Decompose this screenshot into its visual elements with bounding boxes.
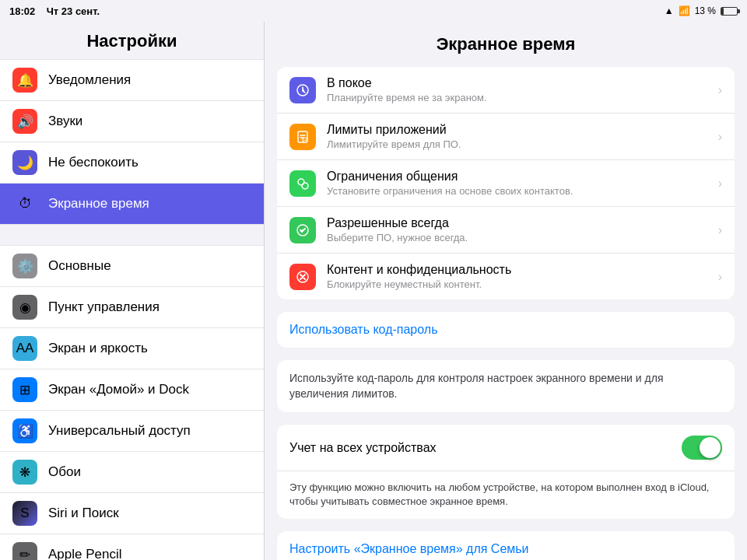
applimits-title: Лимиты приложений (327, 123, 718, 137)
sidebar-item-label: Не беспокоить (48, 155, 139, 170)
sidebar-item-general[interactable]: ⚙️ Основные (0, 245, 264, 287)
battery-icon: 📶 (679, 5, 690, 16)
sidebar-item-screentime[interactable]: ⏱ Экранное время (0, 184, 264, 225)
wallpaper-icon: ❋ (12, 460, 37, 485)
applimits-subtitle: Лимитируйте время для ПО. (327, 138, 718, 150)
sidebar-title: Настройки (0, 22, 264, 59)
all-devices-label: Учет на всех устройствах (289, 441, 437, 455)
sidebar-section-1: 🔔 Уведомления 🔊 Звуки 🌙 Не беспокоить ⏱ … (0, 59, 264, 225)
screentime-icon: ⏱ (12, 191, 37, 216)
screentime-features-card: В покое Планируйте время не за экраном. … (277, 67, 735, 299)
alwaysallowed-subtitle: Выберите ПО, нужное всегда. (327, 232, 718, 243)
communicationlimits-icon (289, 170, 316, 197)
downtime-icon (289, 77, 316, 103)
siri-icon: S (12, 501, 37, 526)
sidebar-item-siri[interactable]: S Siri и Поиск (0, 493, 264, 534)
applimits-chevron: › (718, 130, 722, 144)
sidebar-item-wallpaper[interactable]: ❋ Обои (0, 452, 264, 493)
sidebar-item-applepencil[interactable]: ✏ Apple Pencil (0, 534, 264, 560)
sidebar-item-label: Звуки (48, 114, 82, 129)
family-link-row[interactable]: Настроить «Экранное время» для Семьи (277, 531, 735, 560)
passcode-desc: Используйте код-пароль для контроля наст… (289, 371, 722, 401)
communicationlimits-subtitle: Установите ограничения на основе своих к… (327, 185, 718, 197)
sidebar: Настройки 🔔 Уведомления 🔊 Звуки 🌙 Не бес… (0, 22, 265, 560)
sidebar-item-label: Экран и яркость (48, 341, 148, 356)
sidebar-item-label: Экран «Домой» и Dock (48, 382, 189, 397)
contentprivacy-subtitle: Блокируйте неуместный контент. (327, 278, 718, 290)
all-devices-desc-block: Эту функцию можно включить на любом устр… (277, 471, 735, 518)
all-devices-block: Учет на всех устройствах Эту функцию мож… (277, 425, 735, 518)
sidebar-item-label: Экранное время (48, 196, 149, 212)
main-layout: Настройки 🔔 Уведомления 🔊 Звуки 🌙 Не бес… (0, 22, 747, 560)
sidebar-item-label: Siri и Поиск (48, 506, 119, 521)
sidebar-item-notifications[interactable]: 🔔 Уведомления (0, 59, 264, 101)
sidebar-item-label: Пункт управления (48, 299, 160, 315)
contentprivacy-text: Контент и конфиденциальность Блокируйте … (327, 263, 718, 290)
svg-point-4 (302, 183, 308, 189)
accessibility-icon: ♿ (12, 418, 37, 443)
wifi-icon: ▲ (665, 5, 674, 16)
downtime-item[interactable]: В покое Планируйте время не за экраном. … (277, 67, 735, 114)
alwaysallowed-text: Разрешенные всегда Выберите ПО, нужное в… (327, 216, 718, 243)
passcode-link[interactable]: Использовать код-пароль (289, 323, 437, 336)
sidebar-item-display[interactable]: AA Экран и яркость (0, 328, 264, 369)
all-devices-toggle-row: Учет на всех устройствах (277, 425, 735, 471)
contentprivacy-chevron: › (718, 270, 722, 284)
alwaysallowed-chevron: › (718, 223, 722, 237)
applepencil-icon: ✏ (12, 542, 37, 560)
notifications-icon: 🔔 (12, 68, 37, 93)
sounds-icon: 🔊 (12, 109, 37, 134)
battery-bar (721, 7, 738, 16)
sidebar-divider-1 (0, 229, 264, 245)
alwaysallowed-icon (289, 217, 316, 243)
downtime-title: В покое (327, 76, 718, 90)
applimits-item[interactable]: Лимиты приложений Лимитируйте время для … (277, 114, 735, 160)
communicationlimits-title: Ограничения общения (327, 170, 718, 184)
alwaysallowed-item[interactable]: Разрешенные всегда Выберите ПО, нужное в… (277, 207, 735, 254)
applimits-icon (289, 124, 316, 150)
sidebar-item-controlcenter[interactable]: ◉ Пункт управления (0, 287, 264, 328)
passcode-desc-block: Используйте код-пароль для контроля наст… (277, 360, 735, 412)
sidebar-item-label: Уведомления (48, 72, 131, 88)
content-title: Экранное время (277, 34, 735, 54)
communicationlimits-chevron: › (718, 177, 722, 191)
family-link[interactable]: Настроить «Экранное время» для Семьи (289, 542, 529, 555)
communicationlimits-text: Ограничения общения Установите ограничен… (327, 170, 718, 197)
contentprivacy-icon (289, 264, 316, 290)
sidebar-item-donotdisturb[interactable]: 🌙 Не беспокоить (0, 142, 264, 184)
main-content: Экранное время В покое Планируйте время … (265, 22, 747, 560)
sidebar-item-accessibility[interactable]: ♿ Универсальный доступ (0, 411, 264, 452)
homescreen-icon: ⊞ (12, 377, 37, 402)
contentprivacy-title: Контент и конфиденциальность (327, 263, 718, 277)
sidebar-item-label: Apple Pencil (48, 547, 122, 560)
general-icon: ⚙️ (12, 254, 37, 278)
communicationlimits-item[interactable]: Ограничения общения Установите ограничен… (277, 160, 735, 207)
sidebar-item-sounds[interactable]: 🔊 Звуки (0, 101, 264, 142)
downtime-chevron: › (718, 83, 722, 97)
sidebar-item-label: Основные (48, 258, 111, 274)
passcode-link-card[interactable]: Использовать код-пароль (277, 312, 735, 348)
all-devices-desc: Эту функцию можно включить на любом устр… (289, 481, 722, 509)
contentprivacy-item[interactable]: Контент и конфиденциальность Блокируйте … (277, 254, 735, 299)
svg-point-3 (298, 179, 304, 185)
display-icon: AA (12, 336, 37, 361)
donotdisturb-icon: 🌙 (12, 150, 37, 175)
sidebar-section-2: ⚙️ Основные ◉ Пункт управления AA Экран … (0, 245, 264, 560)
family-card: Настроить «Экранное время» для Семьи Нас… (277, 531, 735, 560)
sidebar-item-label: Универсальный доступ (48, 423, 191, 439)
status-bar: 18:02 Чт 23 сент. ▲ 📶 13 % (0, 0, 747, 22)
status-time-date: 18:02 Чт 23 сент. (9, 5, 100, 17)
sidebar-item-label: Обои (48, 464, 81, 480)
status-date: Чт 23 сент. (47, 5, 100, 17)
alwaysallowed-title: Разрешенные всегда (327, 216, 718, 230)
battery-level: 13 % (695, 5, 716, 16)
controlcenter-icon: ◉ (12, 295, 37, 320)
all-devices-toggle[interactable] (682, 436, 722, 460)
sidebar-list: 🔔 Уведомления 🔊 Звуки 🌙 Не беспокоить ⏱ … (0, 59, 264, 560)
downtime-text: В покое Планируйте время не за экраном. (327, 76, 718, 103)
downtime-subtitle: Планируйте время не за экраном. (327, 92, 718, 103)
sidebar-item-homescreen[interactable]: ⊞ Экран «Домой» и Dock (0, 369, 264, 411)
applimits-text: Лимиты приложений Лимитируйте время для … (327, 123, 718, 150)
status-time: 18:02 (9, 5, 35, 17)
status-right: ▲ 📶 13 % (665, 5, 738, 16)
